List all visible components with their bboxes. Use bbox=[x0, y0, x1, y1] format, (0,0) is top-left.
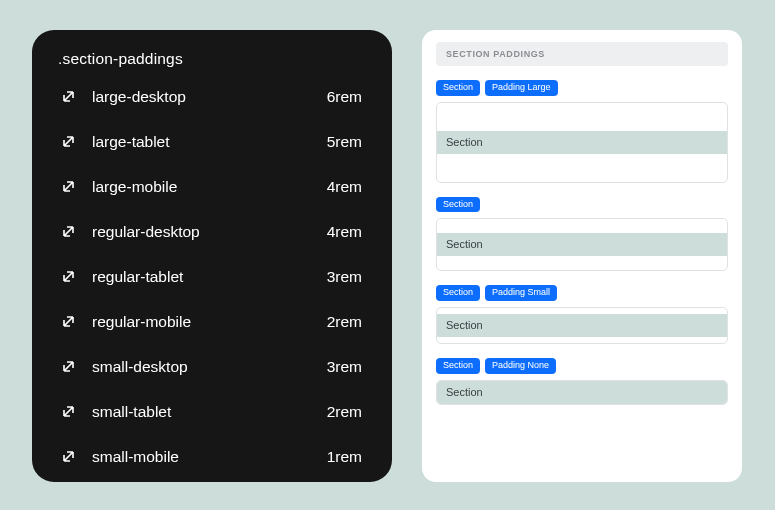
variable-value: 4rem bbox=[327, 178, 366, 196]
tag-row: Section bbox=[436, 197, 728, 213]
tag-section: Section bbox=[436, 358, 480, 374]
demo-box-none: Section bbox=[436, 380, 728, 405]
preview-panel-inner: SECTION PADDINGS Section Padding Large S… bbox=[436, 42, 728, 470]
variable-row: small-mobile 1rem bbox=[58, 434, 366, 479]
demo-box-regular: Section bbox=[436, 218, 728, 271]
variable-name: large-mobile bbox=[92, 178, 327, 196]
tag-padding-small: Padding Small bbox=[485, 285, 557, 301]
variable-value: 2rem bbox=[327, 403, 366, 421]
expand-icon bbox=[58, 402, 78, 422]
tag-row: Section Padding Small bbox=[436, 285, 728, 301]
preview-header-text: SECTION PADDINGS bbox=[446, 49, 545, 59]
tag-padding-large: Padding Large bbox=[485, 80, 558, 96]
variable-row: large-tablet 5rem bbox=[58, 119, 366, 164]
variable-name: small-mobile bbox=[92, 448, 327, 466]
variable-value: 3rem bbox=[327, 358, 366, 376]
demo-box-small: Section bbox=[436, 307, 728, 344]
variable-row: small-tablet 2rem bbox=[58, 389, 366, 434]
demo-box-large: Section bbox=[436, 102, 728, 183]
variable-value: 2rem bbox=[327, 313, 366, 331]
expand-icon bbox=[58, 447, 78, 467]
variable-name: large-tablet bbox=[92, 133, 327, 151]
tag-section: Section bbox=[436, 285, 480, 301]
panel-title: .section-paddings bbox=[58, 50, 366, 74]
variable-name: small-desktop bbox=[92, 358, 327, 376]
preview-example-large: Section Padding Large Section bbox=[436, 80, 728, 183]
inner-section-label: Section bbox=[437, 233, 727, 256]
variable-value: 5rem bbox=[327, 133, 366, 151]
preview-example-none: Section Padding None Section bbox=[436, 358, 728, 405]
expand-icon bbox=[58, 132, 78, 152]
tag-row: Section Padding None bbox=[436, 358, 728, 374]
preview-header: SECTION PADDINGS bbox=[436, 42, 728, 66]
expand-icon bbox=[58, 312, 78, 332]
variable-name: small-tablet bbox=[92, 403, 327, 421]
expand-icon bbox=[58, 357, 78, 377]
inner-section-label: Section bbox=[437, 131, 727, 154]
tag-padding-none: Padding None bbox=[485, 358, 556, 374]
tag-section: Section bbox=[436, 80, 480, 96]
variable-name: regular-mobile bbox=[92, 313, 327, 331]
expand-icon bbox=[58, 177, 78, 197]
variable-name: regular-desktop bbox=[92, 223, 327, 241]
tag-section: Section bbox=[436, 197, 480, 213]
expand-icon bbox=[58, 222, 78, 242]
variable-row: regular-desktop 4rem bbox=[58, 209, 366, 254]
variable-name: regular-tablet bbox=[92, 268, 327, 286]
expand-icon bbox=[58, 267, 78, 287]
variable-value: 6rem bbox=[327, 88, 366, 106]
variable-value: 3rem bbox=[327, 268, 366, 286]
tag-row: Section Padding Large bbox=[436, 80, 728, 96]
expand-icon bbox=[58, 87, 78, 107]
variable-row: large-desktop 6rem bbox=[58, 74, 366, 119]
variables-panel: .section-paddings large-desktop 6rem lar… bbox=[32, 30, 392, 482]
variable-row: large-mobile 4rem bbox=[58, 164, 366, 209]
variable-name: large-desktop bbox=[92, 88, 327, 106]
variable-value: 4rem bbox=[327, 223, 366, 241]
variable-value: 1rem bbox=[327, 448, 366, 466]
preview-example-regular: Section Section bbox=[436, 197, 728, 272]
inner-section-label: Section bbox=[437, 381, 727, 404]
variable-row: regular-tablet 3rem bbox=[58, 254, 366, 299]
preview-example-small: Section Padding Small Section bbox=[436, 285, 728, 344]
preview-panel: SECTION PADDINGS Section Padding Large S… bbox=[422, 30, 742, 482]
inner-section-label: Section bbox=[437, 314, 727, 337]
variable-row: small-desktop 3rem bbox=[58, 344, 366, 389]
variable-row: regular-mobile 2rem bbox=[58, 299, 366, 344]
